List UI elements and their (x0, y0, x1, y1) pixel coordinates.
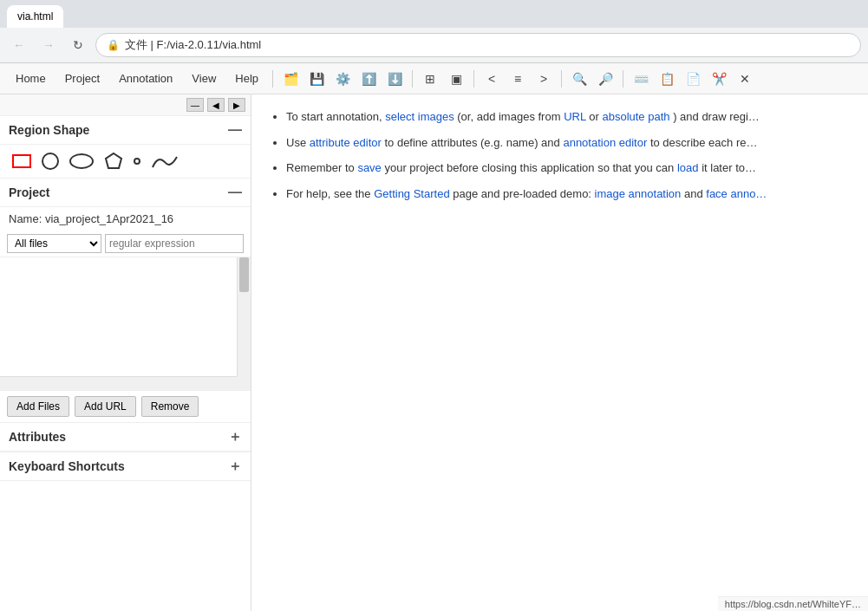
region-shape-header: Region Shape — (0, 116, 251, 145)
help-list: To start annotation, select images (or, … (269, 108, 851, 202)
add-files-button[interactable]: Add Files (7, 396, 69, 417)
add-url-button[interactable]: Add URL (75, 396, 136, 417)
tab-title: via.html (17, 10, 53, 23)
prev-icon[interactable]: < (480, 67, 504, 91)
point-shape-icon[interactable] (134, 158, 140, 165)
right-content: To start annotation, select images (or, … (251, 94, 868, 611)
link-attribute-editor[interactable]: attribute editor (310, 136, 382, 149)
link-getting-started[interactable]: Getting Started (374, 187, 449, 200)
link-url[interactable]: URL (564, 110, 586, 123)
main-layout: — ◀ ▶ Region Shape — (0, 94, 868, 611)
zoom-out-icon[interactable]: 🔎 (593, 67, 617, 91)
collapse-right-btn[interactable]: ▶ (228, 98, 245, 112)
status-bar: https://blog.csdn.net/WhilteYF… (718, 596, 868, 611)
region-shapes-section: Region Shape — (0, 116, 251, 179)
polyline-shape-icon[interactable] (151, 152, 179, 171)
project-name-value: via_project_1Apr2021_16 (45, 212, 173, 225)
project-title: Project (9, 185, 49, 199)
menu-view[interactable]: View (183, 67, 225, 90)
panel-collapse-bar: — ◀ ▶ (0, 94, 251, 116)
attributes-toggle[interactable]: ＋ (228, 430, 242, 444)
vertical-scrollbar-thumb[interactable] (239, 257, 249, 292)
keyboard-icon[interactable]: ⌨️ (629, 67, 653, 91)
polygon-shape-icon[interactable] (104, 152, 123, 171)
paste-icon[interactable]: 📄 (681, 67, 705, 91)
cut-icon[interactable]: ✂️ (707, 67, 731, 91)
link-annotation-editor[interactable]: annotation editor (563, 136, 647, 149)
settings-icon[interactable]: ⚙️ (330, 67, 355, 91)
toolbar-separator-3 (473, 70, 474, 88)
download-icon[interactable]: ⬇️ (382, 67, 407, 91)
zoom-in-icon[interactable]: 🔍 (567, 67, 591, 91)
file-list-wrapper (0, 257, 251, 391)
back-button[interactable]: ← (7, 33, 31, 57)
link-image-annotation[interactable]: image annotation (595, 187, 682, 200)
ellipse-shape-icon[interactable] (69, 153, 94, 169)
save-icon[interactable]: 💾 (304, 67, 329, 91)
upload-icon[interactable]: ⬆️ (356, 67, 381, 91)
svg-marker-0 (106, 153, 121, 168)
link-absolute-path[interactable]: absolute path (602, 110, 669, 123)
collapse-left-btn[interactable]: — (186, 98, 204, 112)
address-bar[interactable]: 🔒 文件 | F:/via-2.0.11/via.html (95, 33, 861, 57)
link-select-images[interactable]: select images (385, 110, 454, 123)
project-buttons: Add Files Add URL Remove (0, 391, 251, 422)
grid-icon[interactable]: ⊞ (418, 67, 442, 91)
help-item-3: Remember to save your project before clo… (286, 159, 851, 177)
project-name-label: Name: (9, 212, 42, 225)
keyboard-shortcuts-title: Keyboard Shortcuts (9, 459, 125, 473)
help-item-1: To start annotation, select images (or, … (286, 108, 851, 126)
keyboard-shortcuts-section: Keyboard Shortcuts ＋ (0, 452, 251, 481)
vertical-scrollbar[interactable] (237, 257, 251, 376)
remove-button[interactable]: Remove (141, 396, 199, 417)
horizontal-scrollbar[interactable] (0, 376, 237, 390)
menu-annotation[interactable]: Annotation (110, 67, 181, 90)
status-url: https://blog.csdn.net/WhilteYF… (725, 599, 861, 609)
browser-tab[interactable]: via.html (7, 5, 63, 28)
toolbar-separator-2 (412, 70, 413, 88)
list-icon[interactable]: ≡ (506, 67, 530, 91)
help-item-4: For help, see the Getting Started page a… (286, 185, 851, 203)
collapse-mid-btn[interactable]: ◀ (207, 98, 225, 112)
menu-project[interactable]: Project (56, 67, 108, 90)
help-item-2: Use attribute editor to define attribute… (286, 134, 851, 152)
menu-help[interactable]: Help (226, 67, 267, 90)
link-face-anno[interactable]: face anno… (706, 187, 767, 200)
link-save[interactable]: save (357, 161, 381, 174)
circle-shape-icon[interactable] (42, 153, 59, 170)
toolbar-separator-4 (561, 70, 562, 88)
close-toolbar-icon[interactable]: ✕ (733, 67, 757, 91)
shapes-row (0, 145, 251, 178)
next-icon[interactable]: > (532, 67, 556, 91)
copy-icon[interactable]: 📋 (655, 67, 679, 91)
panel-icon[interactable]: ▣ (444, 67, 468, 91)
lock-icon: 🔒 (107, 39, 120, 51)
browser-tabs: via.html (0, 0, 868, 28)
keyboard-shortcuts-toggle[interactable]: ＋ (228, 459, 242, 473)
regex-filter-input[interactable] (105, 234, 244, 253)
app-toolbar: Home Project Annotation View Help 🗂️ 💾 ⚙… (0, 63, 868, 94)
browser-chrome: via.html ← → ↻ 🔒 文件 | F:/via-2.0.11/via.… (0, 0, 868, 63)
project-section: Project — Name: via_project_1Apr2021_16 … (0, 179, 251, 423)
reload-button[interactable]: ↻ (66, 33, 90, 57)
link-load[interactable]: load (677, 161, 699, 174)
project-toggle[interactable]: — (228, 185, 242, 199)
address-text: 文件 | F:/via-2.0.11/via.html (125, 37, 850, 53)
browser-nav: ← → ↻ 🔒 文件 | F:/via-2.0.11/via.html (0, 28, 868, 62)
open-file-icon[interactable]: 🗂️ (278, 67, 303, 91)
toolbar-separator-5 (623, 70, 623, 88)
attributes-header: Attributes ＋ (0, 423, 251, 452)
region-shape-title: Region Shape (9, 123, 89, 137)
project-filter-row: All files (0, 231, 251, 257)
file-list-box[interactable] (0, 257, 237, 376)
rect-shape-icon[interactable] (12, 154, 31, 168)
attributes-title: Attributes (9, 430, 66, 444)
attributes-section: Attributes ＋ (0, 423, 251, 452)
file-filter-select[interactable]: All files (7, 234, 101, 253)
region-shape-toggle[interactable]: — (228, 123, 242, 137)
toolbar-separator-1 (272, 70, 273, 88)
scrollbar-corner (237, 376, 251, 390)
menu-home[interactable]: Home (7, 67, 55, 90)
forward-button[interactable]: → (36, 33, 61, 57)
project-header: Project — (0, 179, 251, 207)
